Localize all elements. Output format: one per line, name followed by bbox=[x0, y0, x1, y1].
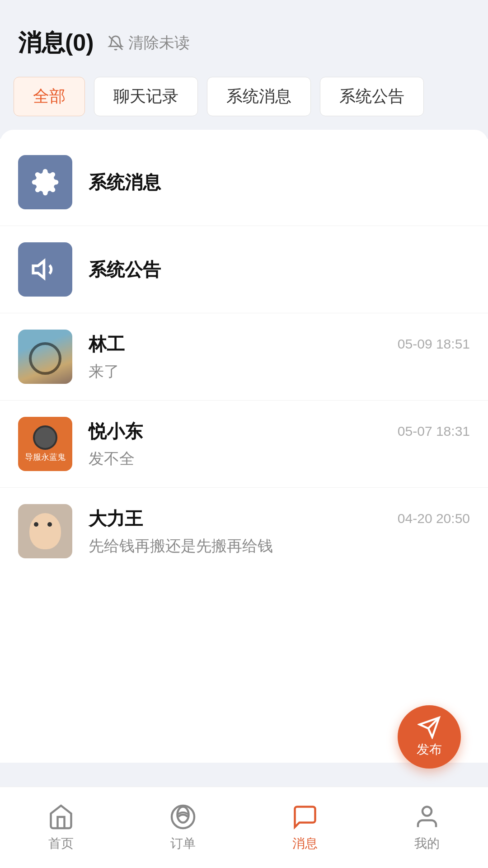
item-name: 系统公告 bbox=[89, 257, 161, 282]
nav-order-label: 订单 bbox=[170, 835, 196, 852]
gear-icon bbox=[31, 168, 60, 197]
svg-marker-1 bbox=[33, 261, 44, 278]
yuexiaodong-avatar: 导服永蓝鬼 bbox=[18, 417, 72, 471]
item-name: 系统消息 bbox=[89, 170, 161, 195]
system-message-avatar bbox=[18, 155, 72, 209]
nav-message-label: 消息 bbox=[292, 835, 318, 852]
nav-order[interactable]: 订单 bbox=[169, 803, 197, 852]
clear-unread-label: 清除未读 bbox=[128, 33, 190, 53]
system-message-body: 系统消息 bbox=[89, 170, 470, 195]
nav-home[interactable]: 首页 bbox=[47, 803, 75, 852]
bottom-navigation: 首页 订单 消息 我的 bbox=[0, 787, 488, 868]
tabs-bar: 全部 聊天记录 系统消息 系统公告 bbox=[0, 72, 488, 130]
linggong-body: 林工 05-09 18:51 来了 bbox=[89, 332, 470, 382]
nav-home-label: 首页 bbox=[48, 835, 74, 852]
list-item[interactable]: 林工 05-09 18:51 来了 bbox=[0, 313, 488, 401]
daliwang-avatar bbox=[18, 504, 72, 558]
tab-chat[interactable]: 聊天记录 bbox=[94, 77, 198, 116]
svg-point-6 bbox=[422, 807, 432, 816]
system-notice-avatar bbox=[18, 242, 72, 297]
list-item[interactable]: 导服永蓝鬼 悦小东 05-07 18:31 发不全 bbox=[0, 401, 488, 488]
svg-point-4 bbox=[172, 806, 194, 828]
order-icon bbox=[169, 803, 197, 830]
nav-mine-label: 我的 bbox=[414, 835, 440, 852]
publish-fab-button[interactable]: 发布 bbox=[398, 705, 461, 769]
tab-all[interactable]: 全部 bbox=[14, 77, 85, 116]
item-time: 04-20 20:50 bbox=[398, 511, 470, 526]
user-icon bbox=[413, 803, 441, 830]
daliwang-body: 大力王 04-20 20:50 先给钱再搬还是先搬再给钱 bbox=[89, 506, 470, 557]
item-name: 悦小东 bbox=[89, 419, 143, 444]
tab-notice[interactable]: 系统公告 bbox=[320, 77, 424, 116]
tab-system[interactable]: 系统消息 bbox=[207, 77, 311, 116]
item-preview: 先给钱再搬还是先搬再给钱 bbox=[89, 536, 470, 557]
list-item[interactable]: 系统消息 bbox=[0, 139, 488, 226]
item-name: 林工 bbox=[89, 332, 125, 357]
list-item[interactable]: 大力王 04-20 20:50 先给钱再搬还是先搬再给钱 bbox=[0, 488, 488, 575]
message-icon bbox=[291, 803, 319, 830]
linggong-avatar bbox=[18, 330, 72, 384]
item-preview: 发不全 bbox=[89, 448, 470, 469]
home-icon bbox=[47, 803, 75, 830]
nav-mine[interactable]: 我的 bbox=[413, 803, 441, 852]
list-item[interactable]: 系统公告 bbox=[0, 226, 488, 313]
page-title: 消息(0) bbox=[18, 27, 94, 59]
nav-message[interactable]: 消息 bbox=[291, 803, 319, 852]
speaker-icon bbox=[31, 255, 60, 284]
item-time: 05-09 18:51 bbox=[398, 336, 470, 352]
header: 消息(0) 清除未读 bbox=[0, 0, 488, 72]
clear-unread-button[interactable]: 清除未读 bbox=[108, 33, 190, 53]
bell-slash-icon bbox=[108, 35, 124, 51]
yuexiaodong-body: 悦小东 05-07 18:31 发不全 bbox=[89, 419, 470, 469]
system-notice-body: 系统公告 bbox=[89, 257, 470, 282]
item-time: 05-07 18:31 bbox=[398, 424, 470, 439]
item-name: 大力王 bbox=[89, 506, 143, 531]
message-list: 系统消息 系统公告 林工 05-09 18:51 来了 bbox=[0, 130, 488, 763]
send-icon bbox=[418, 716, 441, 739]
item-preview: 来了 bbox=[89, 361, 470, 382]
fab-label: 发布 bbox=[417, 741, 442, 758]
